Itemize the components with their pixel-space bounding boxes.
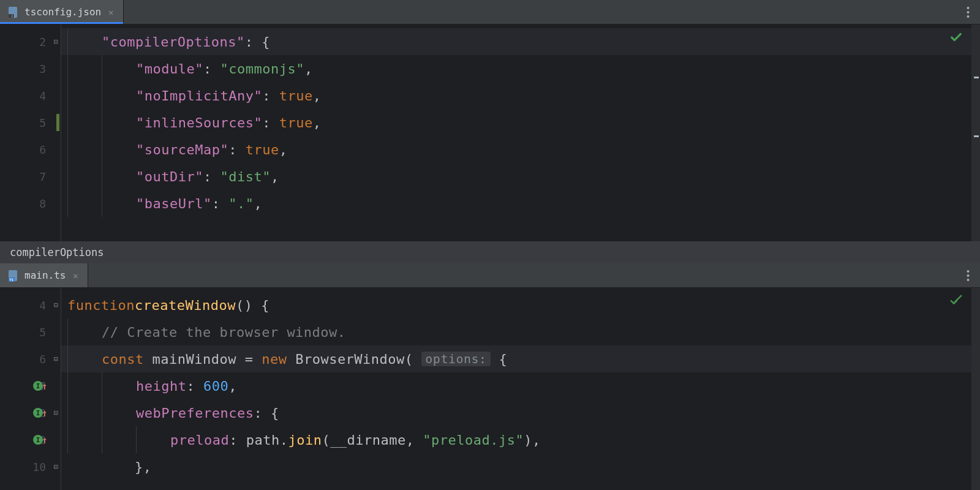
svg-point-3 [967,7,969,9]
line-number[interactable]: 8I↑⊟ [0,399,61,426]
tab-label: main.ts [24,270,66,281]
bottom-gutter: 4⊟56⊟7I↑8I↑⊟9I↑10⊟ [0,288,61,490]
fold-collapse-icon[interactable]: ⊟ [54,409,58,417]
tab-main-ts[interactable]: TS main.ts ✕ [0,263,88,287]
bottom-tab-bar: TS main.ts ✕ [0,263,980,288]
svg-text:{}: {} [11,13,15,18]
line-number[interactable]: 5 [0,109,61,136]
code-line[interactable]: "module": "commonjs", [61,55,971,82]
fold-collapse-icon[interactable]: ⊟ [54,37,58,46]
top-error-stripe[interactable] [971,24,980,241]
code-line[interactable]: preload: path.join(__dirname, "preload.j… [61,426,971,453]
stripe-marker[interactable] [974,77,979,78]
code-line[interactable]: webPreferences: { [61,399,971,426]
typescript-file-icon: TS [7,270,20,282]
fold-expand-icon[interactable]: ⊟ [54,462,58,471]
breadcrumb[interactable]: compilerOptions [0,241,980,263]
top-editor[interactable]: 2⊟345678 "compilerOptions": { "module": … [0,24,980,241]
top-gutter: 2⊟345678 [0,24,61,241]
close-icon[interactable]: ✕ [70,271,80,281]
line-number[interactable]: 9I↑ [0,426,61,453]
bottom-error-stripe[interactable] [971,288,980,490]
tab-label: tsconfig.json [24,6,101,18]
code-line[interactable]: "inlineSources": true, [61,109,971,136]
line-number[interactable]: 2⊟ [0,28,61,55]
code-line[interactable]: functioncreateWindow() { [61,292,971,318]
line-number[interactable]: 8 [0,190,61,217]
code-line[interactable]: "compilerOptions": { [61,28,971,55]
line-number[interactable]: 7I↑ [0,372,61,399]
code-line[interactable]: "baseUrl": ".", [61,190,971,217]
svg-point-4 [967,11,969,13]
code-line[interactable]: const mainWindow = new BrowserWindow( op… [61,345,971,372]
json-file-icon: {} [7,6,20,18]
bottom-code-area[interactable]: functioncreateWindow() { // Create the b… [61,288,971,490]
svg-point-5 [967,15,969,18]
fold-collapse-icon[interactable]: ⊟ [54,355,58,363]
svg-point-9 [967,270,969,273]
tab-options-menu[interactable] [956,263,980,287]
fold-collapse-icon[interactable]: ⊟ [54,301,58,309]
line-number[interactable]: 7 [0,163,61,190]
close-icon[interactable]: ✕ [106,7,116,17]
line-number[interactable]: 6 [0,136,61,163]
tab-tsconfig[interactable]: {} tsconfig.json ✕ [0,0,124,24]
implements-marker-icon[interactable]: I↑ [33,434,48,446]
line-number[interactable]: 5 [0,318,61,345]
line-number[interactable]: 4 [0,82,61,109]
inspection-ok-icon[interactable] [949,31,963,47]
code-line[interactable]: "sourceMap": true, [61,136,971,163]
breadcrumb-item[interactable]: compilerOptions [10,246,104,258]
line-number[interactable]: 6⊟ [0,345,61,372]
code-line[interactable]: }, [61,453,971,480]
code-line[interactable]: // Create the browser window. [61,318,971,345]
svg-point-10 [967,274,969,277]
inspection-ok-outline-icon[interactable] [949,294,963,311]
implements-marker-icon[interactable]: I↑ [33,380,48,392]
line-number[interactable]: 10⊟ [0,453,61,480]
bottom-editor[interactable]: 4⊟56⊟7I↑8I↑⊟9I↑10⊟ functioncreateWindow(… [0,288,980,490]
code-line[interactable]: "noImplicitAny": true, [61,82,971,109]
line-number[interactable]: 4⊟ [0,292,61,318]
implements-marker-icon[interactable]: I↑ [33,407,48,419]
tab-options-menu[interactable] [956,0,980,24]
line-number[interactable]: 3 [0,55,61,82]
top-code-area[interactable]: "compilerOptions": { "module": "commonjs… [61,24,971,241]
code-line[interactable]: "outDir": "dist", [61,163,971,190]
stripe-marker[interactable] [974,135,979,137]
code-line[interactable]: height: 600, [61,372,971,399]
top-tab-bar: {} tsconfig.json ✕ [0,0,980,24]
svg-point-11 [967,279,969,281]
svg-text:TS: TS [9,277,14,282]
